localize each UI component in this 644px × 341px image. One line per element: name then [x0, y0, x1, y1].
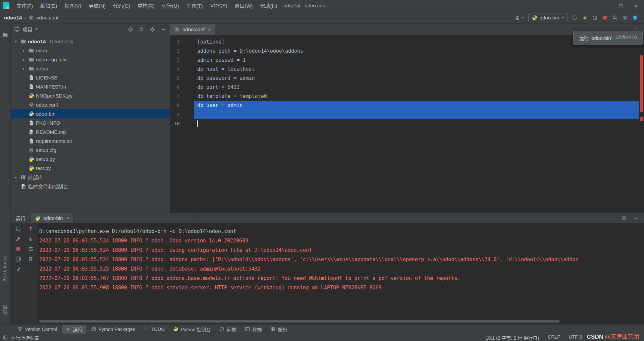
close-icon[interactable]: ×	[66, 215, 69, 221]
code-line-1[interactable]: [options]	[194, 38, 639, 47]
clear-console-button[interactable]	[28, 256, 34, 262]
rerun-button[interactable]	[572, 15, 578, 20]
locate-file-icon	[127, 26, 133, 32]
settings-button[interactable]	[622, 15, 628, 20]
menu-item-导航(N)[interactable]: 导航(N)	[85, 0, 109, 11]
breadcrumb-project[interactable]: odoo14	[4, 15, 22, 20]
tree-item-odoo[interactable]: ▸odoo	[11, 46, 170, 55]
profiler-button[interactable]	[592, 15, 598, 20]
locate-file-button[interactable]	[127, 26, 133, 32]
tool-window-button-Python Packages[interactable]: Python Packages	[88, 326, 139, 333]
tree-item-requirements.txt[interactable]: requirements.txt	[11, 136, 170, 146]
maximize-button[interactable]: □	[613, 0, 629, 11]
tree-item-MANIFEST.in[interactable]: MANIFEST.in	[11, 82, 170, 91]
editor-code-area[interactable]: [options]addons_path = D:\odoo14\odoo\ad…	[194, 35, 639, 213]
gear-icon[interactable]	[621, 215, 627, 221]
tree-item-test.py[interactable]: test.py	[11, 164, 170, 173]
menu-item-工具(T)[interactable]: 工具(T)	[182, 0, 206, 11]
run-config-selector[interactable]: odoo-bin	[528, 13, 568, 22]
tree-item-odoo-bin[interactable]: odoo-bin	[11, 109, 170, 118]
menu-item-文件(F)[interactable]: 文件(F)	[13, 0, 37, 11]
code-line-8[interactable]: db_user = admin	[194, 101, 639, 110]
tool-window-button-TODO[interactable]: TODO	[141, 326, 168, 333]
tool-window-switcher-icon[interactable]	[3, 335, 8, 340]
tree-item-odoo.egg-info[interactable]: ▸odoo.egg-info	[11, 55, 170, 64]
stop-button[interactable]	[602, 15, 608, 20]
chevron-right-icon[interactable]: ▸	[13, 175, 19, 180]
status-caret-position[interactable]: 10:1 (2 字节, 2 行 换行符)	[486, 334, 539, 341]
horizontal-scrollbar[interactable]	[39, 320, 637, 323]
tree-item-setup[interactable]: ▸setup	[11, 64, 170, 73]
soft-wrap-button[interactable]	[28, 246, 34, 252]
error-stripe-mark[interactable]	[640, 55, 643, 112]
editor-tab-odoo-conf[interactable]: odoo.conf ×	[170, 24, 215, 35]
menu-item-代码(C)[interactable]: 代码(C)	[109, 0, 134, 11]
up-stack-button[interactable]	[28, 226, 34, 232]
tool-window-button-问题[interactable]: 问题	[216, 325, 239, 334]
code-line-5[interactable]: db_password = admin	[194, 74, 639, 83]
chevron-right-icon[interactable]: ▸	[21, 57, 27, 62]
tree-item-NNOpenSDK.py[interactable]: NNOpenSDK.py	[11, 91, 170, 100]
tool-window-button-运行[interactable]: 运行	[62, 325, 86, 334]
code-line-7[interactable]: db_template = template0	[194, 92, 639, 101]
code-line-4[interactable]: db_host = localhost	[194, 65, 639, 74]
menu-item-帮助(H)[interactable]: 帮助(H)	[257, 0, 281, 11]
rerun-button[interactable]	[15, 226, 21, 232]
code-line-9[interactable]	[194, 110, 639, 119]
tree-item-README.md[interactable]: MDREADME.md	[11, 127, 170, 136]
menu-item-编辑(E)[interactable]: 编辑(E)	[37, 0, 61, 11]
chevron-down-icon[interactable]: ▾	[13, 39, 19, 44]
minimize-panel-icon[interactable]	[633, 215, 639, 221]
menu-item-重构(R)[interactable]: 重构(R)	[134, 0, 158, 11]
minimize-button[interactable]: –	[598, 0, 613, 11]
tool-window-button-Version Control[interactable]: Version Control	[14, 326, 60, 333]
pin-button[interactable]	[15, 266, 21, 272]
tree-item-odoo14[interactable]: ▾odoo14D:\odoo14	[11, 37, 170, 46]
search-everywhere-button[interactable]	[612, 15, 618, 20]
tree-item-odoo.conf[interactable]: odoo.conf	[11, 100, 170, 109]
close-button[interactable]: ×	[629, 0, 644, 11]
tool-window-button-终端[interactable]: 终端	[241, 325, 265, 334]
breadcrumb-file[interactable]: odoo.conf	[36, 15, 58, 20]
scrollbar-thumb[interactable]	[39, 320, 559, 323]
code-line-6[interactable]: db_port = 5432	[194, 83, 639, 92]
stop-button[interactable]	[15, 246, 21, 252]
tool-window-button-服务[interactable]: 服务	[267, 325, 290, 334]
tree-item-setup.py[interactable]: setup.py	[11, 155, 170, 164]
panel-settings-button[interactable]	[150, 26, 155, 32]
hide-panel-button[interactable]	[161, 26, 166, 32]
tree-item-PKG-INFO[interactable]: PKG-INFO	[11, 118, 170, 127]
tree-item-外部库[interactable]: ▸外部库	[11, 173, 170, 182]
build-button[interactable]	[15, 236, 21, 242]
code-line-3[interactable]: admin_passwd = 1	[194, 56, 639, 65]
tool-window-button-Python 控制台[interactable]: Python 控制台	[170, 325, 214, 334]
tool-stripe-Bookmarks[interactable]: Bookmarks	[2, 255, 7, 282]
menu-item-窗口(W)[interactable]: 窗口(W)	[231, 0, 256, 11]
collapse-all-button[interactable]	[139, 26, 144, 32]
tool-stripe-结构[interactable]: 结构	[2, 305, 9, 315]
debug-button[interactable]	[582, 15, 588, 20]
chevron-right-icon[interactable]: ▸	[21, 66, 27, 71]
menu-item-运行(U)[interactable]: 运行(U)	[158, 0, 183, 11]
menu-item-VCS(S)[interactable]: VCS(S)	[207, 0, 231, 11]
menu-item-视图(V)[interactable]: 视图(V)	[61, 0, 85, 11]
user-button[interactable]	[515, 15, 524, 20]
chevron-right-icon[interactable]: ▸	[21, 48, 27, 53]
status-line-separator[interactable]: CRLF	[548, 334, 560, 341]
project-panel-title[interactable]: 项目	[22, 26, 33, 33]
project-tool-button-icon[interactable]	[2, 32, 8, 38]
restore-layout-button[interactable]	[15, 256, 21, 262]
tree-item-LICENSE[interactable]: LICENSE	[11, 73, 170, 82]
run-tab-odoo-bin[interactable]: odoo-bin ×	[31, 213, 73, 223]
close-icon[interactable]: ×	[208, 26, 211, 32]
error-stripe-scrollbar[interactable]	[639, 35, 644, 213]
tree-item-临时文件和控制台[interactable]: 临时文件和控制台	[11, 182, 170, 191]
status-file-encoding[interactable]: UTF-8	[569, 334, 582, 341]
run-console[interactable]: D:\anaconda3\python.exe D:/odoo14/odoo-b…	[38, 223, 644, 324]
ide-assistant-button[interactable]	[632, 15, 638, 20]
tree-item-setup.cfg[interactable]: setup.cfg	[11, 146, 170, 155]
code-line-10[interactable]	[194, 119, 639, 128]
down-stack-button[interactable]	[28, 236, 34, 242]
code-line-2[interactable]: addons_path = D:\odoo14\odoo\addons	[194, 47, 639, 56]
error-stripe-mark[interactable]	[640, 117, 643, 121]
